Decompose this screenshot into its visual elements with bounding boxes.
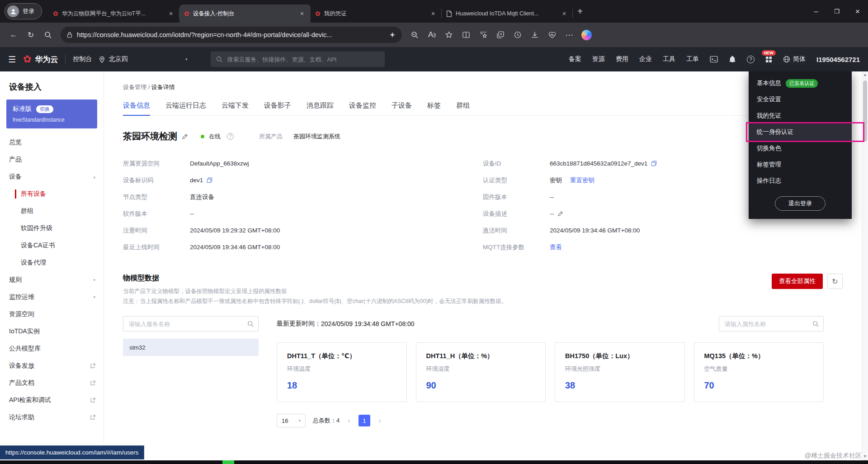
copy-icon[interactable] [651,161,657,166]
tab-close-icon[interactable]: × [298,9,306,18]
sidebar-item-api-explorer[interactable]: API检索和调试 [0,392,104,409]
sidebar-item-forum-help[interactable]: 论坛求助 [0,409,104,426]
sidebar-group-rules[interactable]: 规则 ▾ [0,271,104,289]
window-close-button[interactable]: ✕ [847,0,868,23]
instance-card[interactable]: 标准版 切换 freeStandardInstance [6,99,97,128]
product-name[interactable]: 茶园环境监测系统 [293,133,340,141]
browser-profile-button[interactable]: 登录 [5,3,42,19]
sidebar-item-device-proxy[interactable]: 设备代理 [0,254,104,271]
console-search-input[interactable] [226,56,379,63]
edit-description-icon[interactable] [557,211,563,217]
reset-secret-link[interactable]: 重置密钥 [570,176,594,185]
tab-cloud-run-logs[interactable]: 云端运行日志 [165,101,206,115]
sidebar-item-product-docs[interactable]: 产品文档 [0,374,104,392]
menu-item-operation-log[interactable]: 操作日志 [749,173,852,189]
refresh-icon[interactable]: ↻ [23,27,39,43]
menu-item-iam[interactable]: 统一身份认证 [749,124,852,140]
nav-item-billing[interactable]: 费用 [616,55,628,63]
nav-item-beian[interactable]: 备案 [569,55,581,63]
sidebar-item-overview[interactable]: 总览 [0,134,104,151]
tab-close-icon[interactable]: × [560,9,568,18]
browser-tab-mqtt-client[interactable]: Huaweicloud IoTDA Mqtt Client... × [442,5,573,23]
tab-cloud-delivery[interactable]: 云端下发 [222,101,249,115]
split-screen-icon[interactable] [458,27,474,43]
sidebar-group-devices[interactable]: 设备 ▴ [0,168,104,185]
tab-message-trace[interactable]: 消息跟踪 [307,101,334,115]
console-search[interactable] [211,52,385,67]
console-link[interactable]: 控制台 [73,55,92,63]
browser-tab-credentials[interactable]: ✿ 我的凭证 × [311,5,442,23]
copy-icon[interactable] [207,177,212,183]
hamburger-icon[interactable]: ☰ [8,54,16,65]
next-page-icon[interactable]: › [377,416,382,425]
tab-groups[interactable]: 群组 [456,101,470,115]
account-id[interactable]: I19504562721 [816,56,860,63]
maximize-button[interactable]: ❐ [826,0,847,23]
status-help-icon[interactable]: ? [227,133,234,140]
edit-device-name-icon[interactable] [182,133,188,140]
favorites-icon[interactable] [475,27,491,43]
view-all-properties-button[interactable]: 查看全部属性 [772,274,823,289]
bell-icon[interactable] [729,56,736,63]
search-icon[interactable] [40,27,56,43]
read-aloud-icon[interactable]: A)) [424,27,440,43]
nav-item-tickets[interactable]: 工单 [686,55,699,63]
sidebar-item-iotda-instances[interactable]: IoTDA实例 [0,323,104,340]
scroll-down-icon[interactable]: ▼ [863,454,867,459]
browser-essentials-icon[interactable] [544,27,560,43]
zoom-out-icon[interactable] [406,27,423,43]
new-tab-button[interactable]: + [573,4,587,19]
sidebar-item-groups[interactable]: 群组 [0,203,104,220]
copilot-icon[interactable] [578,27,594,43]
tab-device-info[interactable]: 设备信息 [123,101,150,116]
address-bar[interactable]: https://console.huaweicloud.com/iotdm/?r… [61,27,402,43]
service-item-stm32[interactable]: stm32 [123,339,259,356]
sidebar-item-ca-certificates[interactable]: 设备CA证书 [0,237,104,254]
favorite-star-icon[interactable] [441,27,457,43]
sidebar-item-device-provisioning[interactable]: 设备发放 [0,357,104,374]
back-icon[interactable]: ← [5,27,22,43]
menu-item-tag-management[interactable]: 标签管理 [749,156,852,173]
browser-tab-iot-platform[interactable]: ✿ 华为云物联网平台_华为云IoT平... × [48,5,179,23]
language-selector[interactable]: 简体 [783,55,806,63]
page-scrollbar[interactable]: ▲ ▼ ▼ [862,71,868,464]
menu-item-switch-role[interactable]: 切换角色 [749,140,852,156]
sidebar-group-monitoring[interactable]: 监控运维 ▾ [0,289,104,306]
tab-child-devices[interactable]: 子设备 [392,101,412,115]
refresh-properties-button[interactable]: ↻ [827,274,843,289]
sidebar-item-all-devices[interactable]: 所有设备 [0,185,104,203]
property-card-dht11-t[interactable]: DHT11_T（单位：℃） 环境温度 18 [277,342,407,402]
nav-item-tools[interactable]: 工具 [663,55,675,63]
tab-tags[interactable]: 标签 [427,101,441,115]
switch-instance-badge[interactable]: 切换 [36,105,53,113]
tab-device-shadow[interactable]: 设备影子 [264,101,291,115]
service-search-input[interactable] [128,320,247,328]
scrollbar-thumb[interactable] [863,80,867,142]
help-icon[interactable]: ? [747,56,755,63]
logout-button[interactable]: 退出登录 [775,196,826,211]
nav-item-resources[interactable]: 资源 [592,55,605,63]
property-card-bh1750[interactable]: BH1750（单位：Lux） 环境光照强度 38 [555,342,685,402]
menu-item-security-settings[interactable]: 安全设置 [749,91,852,108]
service-search[interactable] [123,316,259,331]
nav-item-enterprise[interactable]: 企业 [639,55,652,63]
downloads-icon[interactable] [527,27,543,43]
tab-device-monitoring[interactable]: 设备监控 [349,101,376,115]
dev-tools-icon[interactable]: NEW [765,56,772,63]
sidebar-item-resource-spaces[interactable]: 资源空间 [0,306,104,323]
property-card-mq135[interactable]: MQ135（单位：%） 空气质量 70 [694,342,824,402]
minimize-button[interactable]: ─ [806,0,826,23]
property-search-input[interactable] [724,320,812,328]
view-mqtt-params-link[interactable]: 查看 [550,243,562,251]
page-size-select[interactable]: 16 ▾ [277,414,306,427]
collections-icon[interactable] [492,27,509,43]
tab-close-icon[interactable]: × [429,9,437,18]
sidebar-item-model-library[interactable]: 公共模型库 [0,340,104,357]
history-icon[interactable] [509,27,526,43]
property-card-dht11-h[interactable]: DHT11_H（单位：%） 环境湿度 90 [416,342,546,402]
sidebar-item-products[interactable]: 产品 [0,151,104,168]
cli-terminal-icon[interactable] [710,56,718,63]
menu-item-basic-info[interactable]: 基本信息 已实名认证 [749,75,852,91]
huawei-cloud-logo[interactable]: ✿ 华为云 [23,54,58,65]
browser-tab-device-console[interactable]: ✿ 设备接入-控制台 × [179,5,311,23]
